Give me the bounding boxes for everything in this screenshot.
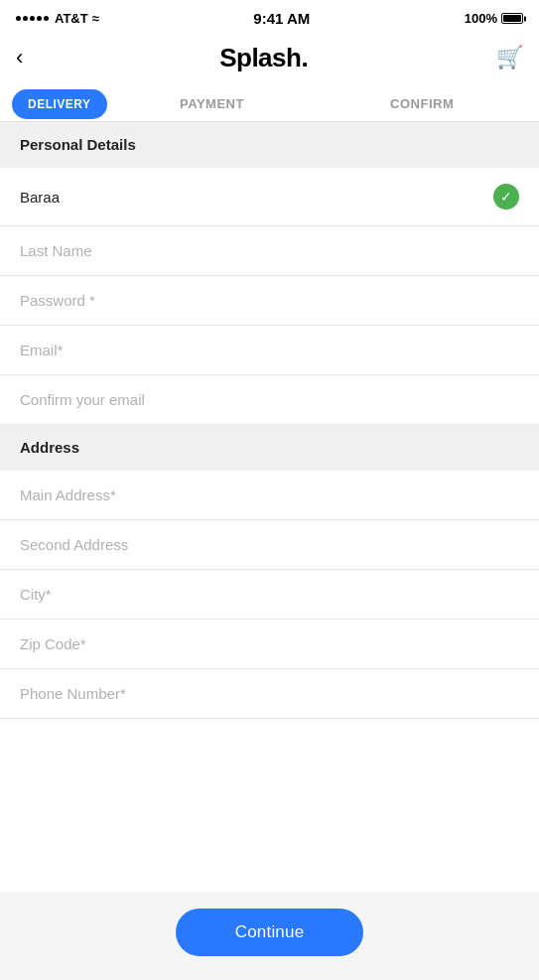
phone-number-field (0, 669, 539, 719)
battery-icon (501, 13, 523, 24)
main-content: Personal Details ✓ Address (0, 122, 539, 798)
main-address-field (0, 471, 539, 520)
address-title: Address (20, 439, 79, 456)
signal-dot-1 (16, 16, 21, 21)
back-button[interactable]: ‹ (16, 41, 31, 74)
tabs-bar: DELIVERY PAYMENT CONFIRM (0, 86, 539, 122)
first-name-input[interactable] (20, 189, 493, 206)
carrier-label: AT&T (55, 11, 88, 26)
main-address-input[interactable] (20, 487, 519, 503)
wifi-icon: ≈ (92, 11, 99, 26)
last-name-field (0, 226, 539, 276)
signal-dot-5 (44, 16, 49, 21)
footer: Continue (0, 893, 539, 980)
signal-dot-3 (30, 16, 35, 21)
first-name-field: ✓ (0, 168, 539, 226)
status-time: 9:41 AM (253, 10, 310, 27)
status-left: AT&T ≈ (16, 11, 99, 26)
email-input[interactable] (20, 342, 519, 358)
personal-details-header: Personal Details (0, 122, 539, 168)
city-input[interactable] (20, 586, 519, 603)
personal-details-title: Personal Details (20, 136, 136, 153)
battery-fill (503, 15, 521, 22)
tab-delivery[interactable]: DELIVERY (12, 89, 107, 119)
header: ‹ Splash. 🛒 (0, 33, 539, 86)
battery-percent: 100% (465, 11, 497, 26)
email-field (0, 326, 539, 375)
password-input[interactable] (20, 292, 519, 309)
confirm-email-field (0, 375, 539, 425)
password-field (0, 276, 539, 326)
second-address-input[interactable] (20, 536, 519, 553)
cart-icon[interactable]: 🛒 (496, 45, 523, 70)
zip-code-input[interactable] (20, 635, 519, 652)
second-address-field (0, 520, 539, 570)
zip-code-field (0, 620, 539, 669)
app-title: Splash. (219, 43, 308, 73)
city-field (0, 570, 539, 620)
signal-dots (16, 16, 49, 21)
tab-confirm[interactable]: CONFIRM (317, 86, 527, 121)
signal-dot-2 (23, 16, 28, 21)
last-name-input[interactable] (20, 242, 519, 259)
tab-payment[interactable]: PAYMENT (107, 86, 318, 121)
status-bar: AT&T ≈ 9:41 AM 100% (0, 0, 539, 33)
signal-dot-4 (37, 16, 42, 21)
address-header: Address (0, 425, 539, 471)
check-icon: ✓ (493, 184, 519, 210)
status-right: 100% (465, 11, 523, 26)
continue-button[interactable]: Continue (176, 909, 364, 956)
confirm-email-input[interactable] (20, 391, 519, 408)
phone-number-input[interactable] (20, 685, 519, 702)
